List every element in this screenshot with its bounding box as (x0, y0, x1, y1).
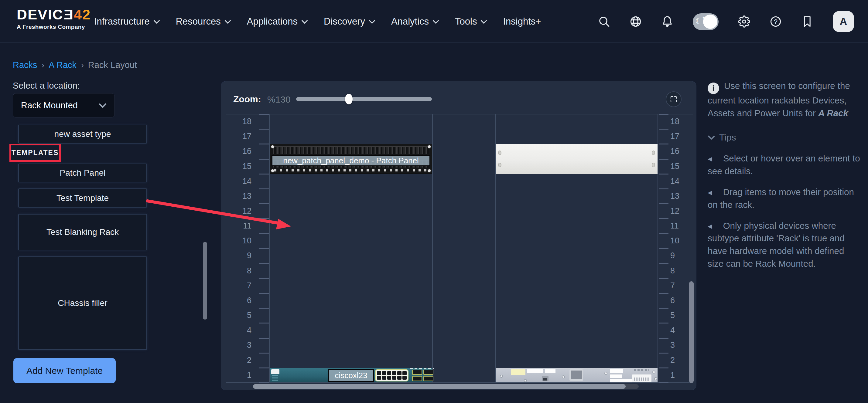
sidebar-scrollbar[interactable] (203, 242, 207, 320)
topbar-actions: ☾ ✦ ? A (598, 0, 854, 43)
nav-item-label: Insights+ (503, 16, 541, 27)
u-number: 6 (670, 296, 675, 305)
bullet-triangle-icon: ◀ (708, 223, 712, 229)
device42-logo[interactable]: DEVICƎ42 A Freshworks Company (17, 7, 91, 30)
nav-item-applications[interactable]: Applications (247, 16, 308, 27)
rack-grid-bottom-line (226, 382, 693, 383)
tip-text: Only physical devices where subtype attr… (708, 221, 845, 269)
appliance-device[interactable] (496, 368, 657, 383)
u-row: 11 (670, 219, 693, 233)
nav-item-discovery[interactable]: Discovery (324, 16, 375, 27)
u-number: 15 (242, 162, 251, 171)
u-row: 6 (229, 293, 253, 308)
switch-led-marks (272, 375, 278, 381)
rack-column-right[interactable] (495, 114, 658, 383)
template-item-label: Test Blanking Rack (46, 227, 119, 237)
u-number: 4 (670, 326, 675, 335)
logo-text-42: 42 (74, 6, 91, 23)
appliance-sticker (610, 369, 623, 373)
u-row: 10 (670, 233, 693, 248)
nav-item-label: Applications (247, 16, 298, 27)
template-item-test-blanking-rack[interactable]: Test Blanking Rack (18, 214, 147, 250)
template-item-patch-panel[interactable]: Patch Panel (18, 164, 147, 182)
logo-text-e: Ǝ (64, 6, 74, 23)
rack-column-left[interactable]: new_patch_panel_demo - Patch Panel cisco… (269, 114, 433, 383)
u-number: 2 (247, 356, 251, 365)
u-number: 11 (243, 221, 251, 231)
switch-label: ciscoxl23 (328, 369, 374, 382)
u-row: 14 (229, 174, 253, 189)
bookmark-icon[interactable] (801, 15, 813, 28)
nav-item-infrastructure[interactable]: Infrastructure (94, 16, 160, 27)
globe-icon[interactable] (629, 15, 642, 28)
u-row: 8 (229, 263, 253, 278)
canvas-vscrollbar-thumb[interactable] (689, 281, 694, 383)
u-ticks-right (659, 114, 669, 383)
u-number: 18 (670, 117, 679, 126)
help-icon[interactable]: ? (770, 15, 782, 28)
bell-icon[interactable] (661, 15, 673, 28)
breadcrumb-a-rack[interactable]: A Rack (49, 60, 76, 70)
u-row: 12 (229, 204, 253, 219)
main-nav: InfrastructureResourcesApplicationsDisco… (94, 0, 541, 43)
u-number: 17 (670, 132, 679, 141)
switch-device[interactable]: ciscoxl23 (270, 368, 432, 383)
switch-uplink-ports (412, 370, 422, 381)
u-number: 10 (670, 236, 679, 245)
tips-header-label: Tips (719, 131, 736, 144)
patch-panel-device[interactable]: new_patch_panel_demo - Patch Panel (270, 144, 432, 174)
templates-badge: TEMPLATES (9, 144, 61, 162)
switch-uplink-ports (423, 370, 433, 381)
zoom-slider[interactable] (296, 97, 432, 101)
u-number: 13 (670, 192, 679, 201)
u-number: 6 (247, 296, 251, 305)
breadcrumb-racks[interactable]: Racks (13, 60, 37, 70)
u-row: 4 (229, 323, 253, 338)
u-ticks-left (259, 114, 269, 383)
tips-header[interactable]: Tips (708, 131, 861, 144)
u-number: 16 (670, 146, 679, 156)
u-row: 16 (229, 144, 253, 159)
u-number: 7 (247, 281, 251, 291)
u-row: 17 (670, 129, 693, 144)
u-number: 7 (670, 281, 675, 291)
tips-list: ◀Select or hover over an element to see … (708, 152, 861, 270)
zoom-slider-thumb[interactable] (345, 94, 352, 104)
template-item-new-asset-type[interactable]: new asset type (18, 125, 147, 143)
zoom-value: %130 (267, 94, 291, 105)
location-select[interactable]: Rack Mounted (13, 93, 115, 117)
appliance-sticker (610, 374, 622, 378)
add-new-template-button[interactable]: Add New Template (13, 358, 116, 383)
template-item-label: CHassis filler (58, 298, 107, 308)
avatar[interactable]: A (833, 11, 854, 32)
u-row: 10 (229, 233, 253, 248)
template-item-test-template[interactable]: Test Template (18, 189, 147, 208)
u-row: 9 (670, 248, 693, 263)
template-item-chassis-filler[interactable]: CHassis filler (18, 257, 147, 350)
nav-item-analytics[interactable]: Analytics (391, 16, 439, 27)
chevron-down-icon (432, 20, 439, 24)
toggle-knob (703, 14, 717, 29)
u-row: 14 (670, 174, 693, 189)
screw (500, 375, 503, 378)
u-row: 17 (229, 129, 253, 144)
location-select-value: Rack Mounted (21, 100, 99, 110)
nav-item-tools[interactable]: Tools (455, 16, 487, 27)
location-label: Select a location: (13, 81, 80, 91)
appliance-port (542, 376, 549, 381)
gear-icon[interactable] (738, 15, 750, 28)
nav-item-resources[interactable]: Resources (176, 16, 231, 27)
search-icon[interactable] (598, 15, 610, 28)
tip-item-3: ◀Only physical devices where subtype att… (708, 220, 861, 270)
theme-toggle[interactable]: ☾ ✦ (693, 13, 719, 30)
canvas-hscrollbar-thumb[interactable] (253, 384, 626, 389)
nav-item-insights+[interactable]: Insights+ (503, 16, 541, 27)
u-number: 5 (247, 311, 251, 320)
blanking-panel-device[interactable] (496, 144, 657, 174)
u-row: 3 (229, 338, 253, 352)
fullscreen-button[interactable] (666, 91, 682, 107)
u-number: 11 (670, 221, 679, 231)
appliance-connector (569, 369, 583, 381)
nav-item-label: Resources (176, 16, 221, 27)
info-panel: iUse this screen to configure the curren… (708, 79, 861, 270)
